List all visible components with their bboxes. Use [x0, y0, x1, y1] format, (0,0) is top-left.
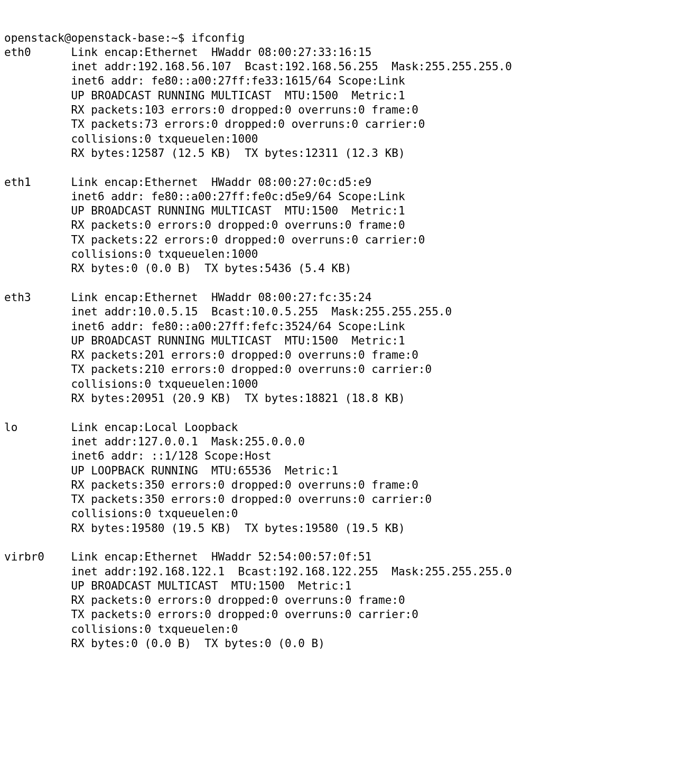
- terminal-output: openstack@openstack-base:~$ ifconfig eth…: [4, 31, 686, 666]
